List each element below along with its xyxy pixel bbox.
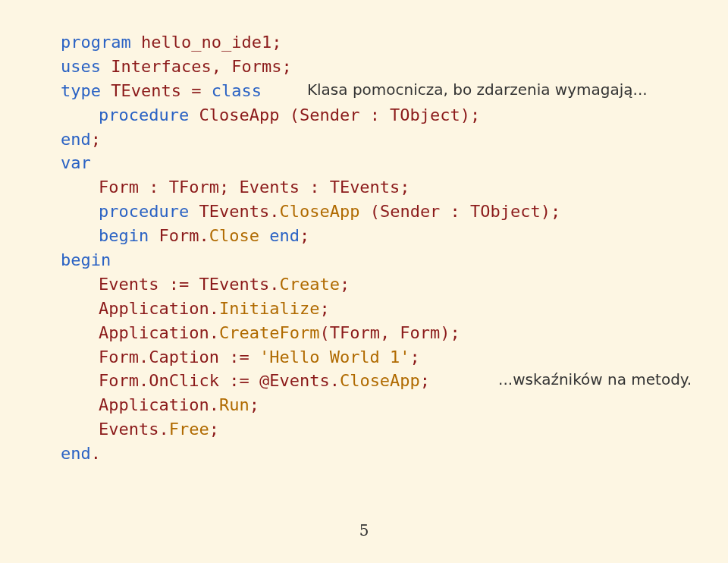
code-text — [259, 226, 269, 245]
code-text: ; — [340, 275, 350, 294]
code-line: procedure CloseApp (Sender : TObject); — [61, 103, 698, 127]
keyword: program — [61, 33, 131, 52]
code-line: Application.CreateForm(TForm, Form); — [61, 321, 698, 345]
code-line: var — [61, 151, 698, 175]
code-text: Form.Caption := — [99, 348, 259, 366]
code-text: TEvents = — [101, 81, 212, 100]
code-line: Form : TForm; Events : TEvents; — [61, 175, 698, 200]
code-line: Events.Free; — [61, 417, 698, 442]
code-text: ; — [410, 348, 420, 366]
code-line: Application.Initialize; — [61, 297, 698, 321]
function: Close — [209, 226, 259, 245]
code-text: (TForm, Form); — [319, 323, 460, 342]
page-number: 5 — [0, 520, 728, 542]
code-line: Form.Caption := 'Hello World 1'; — [61, 345, 698, 370]
keyword: type — [61, 81, 101, 100]
code-line: Application.Run; — [61, 393, 698, 417]
code-text: CloseApp (Sender : TObject); — [189, 105, 480, 124]
code-text: Application. — [99, 323, 219, 342]
function: Free — [169, 420, 209, 439]
code-block: program hello_no_ide1; uses Interfaces, … — [0, 0, 728, 466]
keyword: uses — [61, 57, 101, 76]
code-text: Form.OnClick := @Events. — [99, 371, 340, 390]
comment: ...wskaźników na metody. — [498, 369, 692, 393]
code-line: end; — [61, 127, 698, 152]
code-text: hello_no_ide1; — [131, 33, 282, 52]
function: CloseApp — [340, 371, 420, 390]
code-text: . — [91, 444, 101, 463]
function: CreateForm — [219, 323, 319, 342]
keyword: begin — [61, 250, 111, 269]
code-text: Application. — [99, 395, 219, 414]
keyword: begin — [99, 226, 149, 245]
keyword: procedure — [99, 105, 189, 124]
code-text: ; — [300, 226, 309, 245]
keyword: end — [61, 444, 91, 463]
code-text: ; — [209, 420, 219, 439]
code-line: type TEvents = class Klasa pomocnicza, b… — [61, 79, 698, 103]
function: CloseApp — [279, 202, 359, 221]
code-text: Interfaces, Forms; — [101, 57, 292, 76]
code-line: Events := TEvents.Create; — [61, 272, 698, 297]
code-line: uses Interfaces, Forms; — [61, 55, 698, 79]
code-text: Form : TForm; Events : TEvents; — [99, 178, 410, 197]
function: Create — [279, 275, 339, 294]
code-line: Form.OnClick := @Events.CloseApp; ...wsk… — [61, 369, 698, 393]
code-line: program hello_no_ide1; — [61, 30, 698, 55]
code-text: Events := TEvents. — [99, 275, 279, 294]
code-text: ; — [249, 395, 259, 414]
code-line: end. — [61, 442, 698, 466]
keyword: procedure — [99, 202, 189, 221]
keyword: class — [212, 81, 262, 100]
code-line: begin — [61, 248, 698, 272]
code-text: Form. — [149, 226, 209, 245]
function: Initialize — [219, 299, 319, 318]
code-text: (Sender : TObject); — [359, 202, 560, 221]
code-line: procedure TEvents.CloseApp (Sender : TOb… — [61, 200, 698, 224]
code-line: begin Form.Close end; — [61, 224, 698, 248]
code-text: TEvents. — [189, 202, 279, 221]
code-text: ; — [420, 371, 430, 390]
string-literal: 'Hello World 1' — [259, 348, 410, 366]
code-text: ; — [91, 130, 101, 149]
code-text: Application. — [99, 299, 219, 318]
keyword: end — [269, 226, 300, 245]
code-text: ; — [319, 299, 329, 318]
keyword: var — [61, 153, 91, 172]
code-text: Events. — [99, 420, 169, 439]
comment: Klasa pomocnicza, bo zdarzenia wymagają.… — [307, 79, 648, 103]
keyword: end — [61, 130, 91, 149]
function: Run — [219, 395, 249, 414]
